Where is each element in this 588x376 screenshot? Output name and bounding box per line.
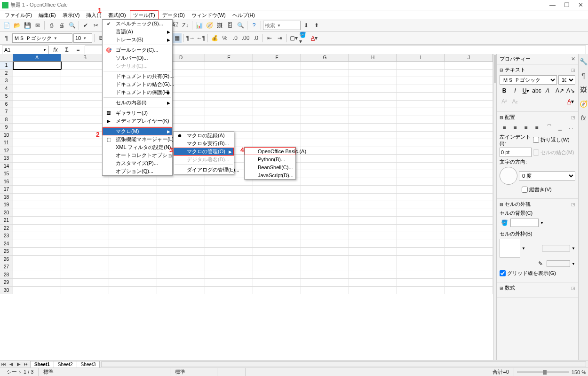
prop-fontcolor-icon[interactable]: A▾: [566, 97, 575, 106]
cell[interactable]: [109, 178, 157, 186]
cell[interactable]: [13, 155, 61, 163]
prop-sub-icon[interactable]: A₂: [510, 97, 520, 106]
cell[interactable]: [301, 279, 349, 287]
currency-icon[interactable]: 💰: [210, 33, 219, 43]
cell[interactable]: [397, 194, 445, 202]
tab-prev-icon[interactable]: ◀: [8, 361, 15, 367]
rowhead[interactable]: 15: [0, 170, 13, 178]
cut-icon[interactable]: ✂: [91, 21, 101, 30]
find-prev-icon[interactable]: ⬆: [312, 21, 321, 30]
colhead-f[interactable]: F: [253, 54, 301, 61]
cell[interactable]: [205, 93, 253, 101]
rowhead[interactable]: 6: [0, 101, 13, 109]
bgcolor-icon[interactable]: 🪣▾: [299, 33, 309, 43]
cell[interactable]: [301, 116, 349, 124]
rowhead[interactable]: 24: [0, 240, 13, 248]
rowhead[interactable]: 30: [0, 287, 13, 295]
font-name-combo[interactable]: ＭＳ Ｐゴシック▼: [12, 33, 72, 43]
cell[interactable]: [253, 139, 301, 147]
cell[interactable]: [61, 217, 109, 225]
cell[interactable]: [205, 217, 253, 225]
cell[interactable]: [157, 194, 205, 202]
mi-beanshell[interactable]: BeanShell(C)...: [245, 163, 295, 171]
cell[interactable]: [445, 271, 493, 279]
mi-gallery[interactable]: 🖼ギャラリー(J): [103, 109, 172, 117]
cell[interactable]: [13, 147, 61, 155]
cell[interactable]: [397, 209, 445, 217]
gridlines-checkbox[interactable]: グリッド線を表示(G): [500, 270, 556, 277]
sort-desc-icon[interactable]: Z↓: [181, 21, 190, 30]
cell[interactable]: [13, 93, 61, 101]
tab-sheet3[interactable]: Sheet3: [77, 361, 100, 368]
menu-window[interactable]: ウィンドウ(W): [189, 11, 229, 20]
cell[interactable]: [397, 101, 445, 109]
cell[interactable]: [205, 232, 253, 240]
cell[interactable]: [13, 217, 61, 225]
colhead-a[interactable]: A: [13, 54, 61, 61]
mi-trace[interactable]: トレース(B)▶: [103, 36, 172, 44]
cell[interactable]: [397, 225, 445, 233]
cell[interactable]: [109, 209, 157, 217]
cell[interactable]: [13, 77, 61, 85]
cell[interactable]: [349, 85, 397, 93]
cell[interactable]: [445, 139, 493, 147]
cell[interactable]: [397, 217, 445, 225]
mi-xmlfilter[interactable]: XML フィルタの設定(N)...: [103, 143, 172, 151]
cell[interactable]: [301, 85, 349, 93]
cell[interactable]: [205, 101, 253, 109]
cell[interactable]: [349, 232, 397, 240]
cell[interactable]: [445, 201, 493, 209]
menu-tools[interactable]: ツール(T): [130, 10, 159, 20]
cell[interactable]: [157, 178, 205, 186]
mi-cellcontent[interactable]: セルの内容(I)▶: [103, 99, 172, 107]
cell[interactable]: [253, 186, 301, 194]
cell[interactable]: [253, 217, 301, 225]
preview-icon[interactable]: 🔍: [67, 21, 77, 30]
cell[interactable]: [397, 232, 445, 240]
navigator-icon[interactable]: 🧭: [205, 21, 214, 30]
cell[interactable]: [253, 116, 301, 124]
cell[interactable]: [445, 279, 493, 287]
section-appearance[interactable]: セルの外観: [505, 201, 531, 208]
menu-view[interactable]: 表示(V): [60, 11, 83, 20]
cell[interactable]: [397, 132, 445, 140]
cell[interactable]: [61, 186, 109, 194]
rowhead[interactable]: 1: [0, 62, 13, 70]
mi-extmgr[interactable]: ⬚拡張機能マネージャー(L)...: [103, 135, 172, 143]
cell[interactable]: [13, 287, 61, 295]
cell[interactable]: [301, 170, 349, 178]
mi-share[interactable]: ドキュメントの共有(R)...: [103, 72, 172, 80]
tab-sheet1[interactable]: Sheet1: [30, 361, 54, 368]
rowhead[interactable]: 14: [0, 163, 13, 171]
cell[interactable]: [445, 155, 493, 163]
rowhead[interactable]: 26: [0, 256, 13, 264]
rowhead[interactable]: 10: [0, 132, 13, 140]
select-all-corner[interactable]: [0, 54, 13, 61]
maximize-button[interactable]: ☐: [564, 1, 570, 8]
cell[interactable]: [349, 178, 397, 186]
mi-spellcheck[interactable]: ✔スペルチェック(S)...F7: [103, 20, 172, 28]
cell[interactable]: [109, 217, 157, 225]
prop-italic-icon[interactable]: I: [510, 86, 520, 95]
cell[interactable]: [445, 147, 493, 155]
rowhead[interactable]: 22: [0, 225, 13, 233]
prop-valign-b[interactable]: ⎵: [566, 123, 575, 132]
tab-last-icon[interactable]: ⏭: [23, 361, 30, 367]
cell[interactable]: [445, 248, 493, 256]
prop-align-j[interactable]: ≡: [532, 123, 541, 132]
cell[interactable]: [301, 256, 349, 264]
spreadsheet-grid[interactable]: A B C D E F G H I J 12345678910111213141…: [0, 54, 493, 368]
cell[interactable]: [301, 225, 349, 233]
help-icon[interactable]: ?: [249, 21, 259, 30]
email-icon[interactable]: ✉: [33, 21, 42, 30]
datasource-icon[interactable]: 🗄: [225, 21, 235, 30]
cell[interactable]: [397, 70, 445, 78]
menu-format[interactable]: 書式(O): [105, 11, 129, 20]
rotation-dial[interactable]: [500, 167, 517, 185]
equals-icon[interactable]: =: [73, 45, 83, 55]
cell[interactable]: [253, 287, 301, 295]
cell[interactable]: [253, 62, 301, 70]
dec-inc-icon[interactable]: .00: [241, 33, 250, 43]
cell[interactable]: [61, 209, 109, 217]
cell[interactable]: [109, 186, 157, 194]
